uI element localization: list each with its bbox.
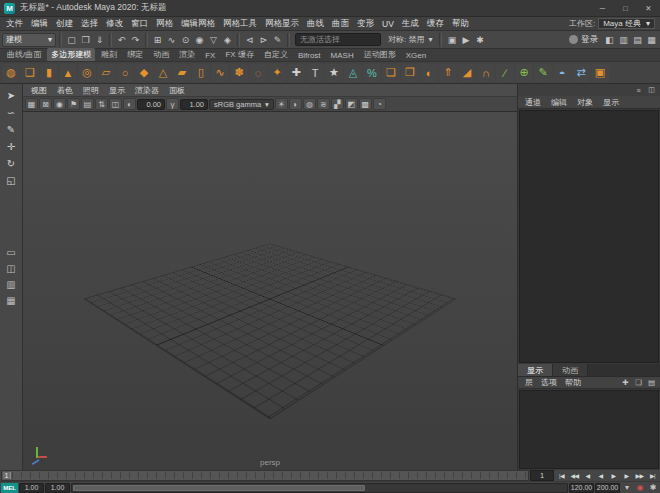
poly-soccer-ball-icon[interactable]: ◌ xyxy=(249,64,267,82)
layout-two-pane-button[interactable]: ◫ xyxy=(2,261,20,275)
menu-item[interactable]: 生成 xyxy=(398,18,423,30)
wireframe-on-shaded-icon[interactable]: ▩ xyxy=(359,98,372,110)
scale-tool-icon[interactable]: ◱ xyxy=(2,172,20,189)
gamma-field[interactable]: 1.00 xyxy=(180,99,208,110)
menu-item[interactable]: 创建 xyxy=(52,18,77,30)
menuset-selector[interactable]: 建模 ▾ xyxy=(2,33,56,47)
channel-box-options-icon[interactable]: ≡ xyxy=(633,85,644,95)
menu-item[interactable]: 曲面 xyxy=(328,18,353,30)
create-layer-from-selected-icon[interactable]: ❏ xyxy=(633,378,644,388)
type-tool-icon[interactable]: T xyxy=(306,64,324,82)
channel-box-menu-item[interactable]: 显示 xyxy=(598,97,624,108)
menu-item[interactable]: 缓存 xyxy=(423,18,448,30)
quad-draw-icon[interactable]: ✎ xyxy=(534,64,552,82)
lasso-tool-icon[interactable]: ∽ xyxy=(2,104,20,121)
current-frame-marker[interactable]: 1 xyxy=(3,472,11,479)
channel-box-menu-item[interactable]: 编辑 xyxy=(546,97,572,108)
screen-space-ao-icon[interactable]: ◍ xyxy=(303,98,316,110)
poly-prism-icon[interactable]: ▰ xyxy=(173,64,191,82)
shelf-tab[interactable]: 多边形建模 xyxy=(47,48,95,61)
save-scene-icon[interactable]: ⇓ xyxy=(93,33,106,47)
menu-item[interactable]: 修改 xyxy=(102,18,127,30)
menu-item[interactable]: 曲线 xyxy=(303,18,328,30)
combine-icon[interactable]: ❏ xyxy=(382,64,400,82)
colorspace-selector[interactable]: sRGB gamma ▾ xyxy=(209,99,274,110)
poly-cube-icon[interactable]: ❑ xyxy=(21,64,39,82)
modeling-toolkit-icon[interactable]: ◧ xyxy=(603,33,616,47)
menu-item[interactable]: 文件 xyxy=(2,18,27,30)
output-connections-icon[interactable]: ⊳ xyxy=(257,33,270,47)
target-weld-icon[interactable]: ⊕ xyxy=(515,64,533,82)
input-connections-icon[interactable]: ⊲ xyxy=(243,33,256,47)
shelf-tab[interactable]: 动画 xyxy=(149,48,173,61)
xray-icon[interactable]: ◩ xyxy=(345,98,358,110)
panel-menu-item[interactable]: 渲染器 xyxy=(130,85,164,96)
shelf-tab[interactable]: XGen xyxy=(402,50,430,61)
layer-editor-menu-item[interactable]: 选项 xyxy=(537,377,561,388)
select-tool-icon[interactable]: ➤ xyxy=(2,87,20,104)
layer-editor-tab[interactable]: 动画 xyxy=(553,364,588,376)
poly-plane-icon[interactable]: ▱ xyxy=(97,64,115,82)
panel-menu-item[interactable]: 照明 xyxy=(78,85,104,96)
shelf-tab[interactable]: 绑定 xyxy=(123,48,147,61)
poly-pyramid-icon[interactable]: △ xyxy=(154,64,172,82)
panel-menu-item[interactable]: 视图 xyxy=(26,85,52,96)
channel-box-menu-item[interactable]: 通道 xyxy=(520,97,546,108)
menu-item[interactable]: UV xyxy=(378,19,398,29)
snap-to-grid-icon[interactable]: ⊞ xyxy=(151,33,164,47)
play-backwards-button[interactable]: ◀ xyxy=(594,470,607,481)
boolean-icon[interactable]: ◐ xyxy=(420,64,438,82)
range-slider[interactable] xyxy=(71,483,568,493)
menu-item[interactable]: 选择 xyxy=(77,18,102,30)
maximize-button[interactable]: □ xyxy=(614,0,637,16)
panel-menu-item[interactable]: 着色 xyxy=(52,85,78,96)
animation-end-field[interactable]: 200.00 xyxy=(595,483,620,493)
camera-attributes-icon[interactable]: ◉ xyxy=(53,98,66,110)
panel-menu-item[interactable]: 面板 xyxy=(164,85,190,96)
anti-aliasing-icon[interactable]: ▞ xyxy=(331,98,344,110)
rotate-tool-icon[interactable]: ↻ xyxy=(2,155,20,172)
statusline-separator[interactable] xyxy=(145,33,148,47)
sculpt-tool-icon[interactable]: ▣ xyxy=(591,64,609,82)
shadows-icon[interactable]: ◗ xyxy=(289,98,302,110)
bridge-icon[interactable]: ∩ xyxy=(477,64,495,82)
menu-item[interactable]: 网格显示 xyxy=(261,18,303,30)
layer-editor-tab[interactable]: 显示 xyxy=(518,364,553,376)
shelf-tab[interactable]: 运动图形 xyxy=(360,48,400,61)
construction-history-icon[interactable]: ✎ xyxy=(271,33,284,47)
exposure-icon[interactable]: ◐ xyxy=(123,98,136,110)
redo-icon[interactable]: ↷ xyxy=(129,33,142,47)
workspace-selector[interactable]: Maya 经典 ▾ xyxy=(598,18,655,29)
shelf-tab[interactable]: FX 缓存 xyxy=(221,48,257,61)
pan-zoom-icon[interactable]: ⇅ xyxy=(95,98,108,110)
platonic-solid-icon[interactable]: ◆ xyxy=(135,64,153,82)
poly-helix-icon[interactable]: ∿ xyxy=(211,64,229,82)
snap-to-curve-icon[interactable]: ∿ xyxy=(165,33,178,47)
playback-end-field[interactable]: 120.00 xyxy=(569,483,594,493)
step-back-key-button[interactable]: ◀ xyxy=(581,470,594,481)
close-button[interactable]: ✕ xyxy=(637,0,660,16)
layer-editor-options-icon[interactable]: ▤ xyxy=(646,378,657,388)
play-forwards-button[interactable]: ▶ xyxy=(607,470,620,481)
sign-in-button[interactable]: 登录 xyxy=(565,34,602,46)
create-empty-layer-icon[interactable]: ✚ xyxy=(620,378,631,388)
step-back-frame-button[interactable]: ◀◀ xyxy=(568,470,581,481)
snap-to-view-plane-icon[interactable]: ▽ xyxy=(207,33,220,47)
smooth-icon[interactable]: ◓ xyxy=(553,64,571,82)
menu-item[interactable]: 编辑 xyxy=(27,18,52,30)
menu-item[interactable]: 网格 xyxy=(152,18,177,30)
poly-cylinder-icon[interactable]: ▮ xyxy=(40,64,58,82)
minimize-button[interactable]: ─ xyxy=(591,0,614,16)
reduce-icon[interactable]: % xyxy=(363,64,381,82)
channel-box-icon[interactable]: ▦ xyxy=(645,33,658,47)
shelf-tab[interactable]: MASH xyxy=(327,50,358,61)
shelf-tab[interactable]: 自定义 xyxy=(260,48,292,61)
selection-status-field[interactable]: 无激活选择 xyxy=(295,33,381,46)
shelf-tab[interactable]: 渲染 xyxy=(175,48,199,61)
snap-to-projected-center-icon[interactable]: ◉ xyxy=(193,33,206,47)
render-current-frame-icon[interactable]: ▣ xyxy=(445,33,458,47)
layout-single-pane-button[interactable]: ▭ xyxy=(2,245,20,259)
menu-item[interactable]: 编辑网格 xyxy=(177,18,219,30)
go-to-start-button[interactable]: |◀ xyxy=(555,470,568,481)
statusline-separator[interactable] xyxy=(439,33,442,47)
